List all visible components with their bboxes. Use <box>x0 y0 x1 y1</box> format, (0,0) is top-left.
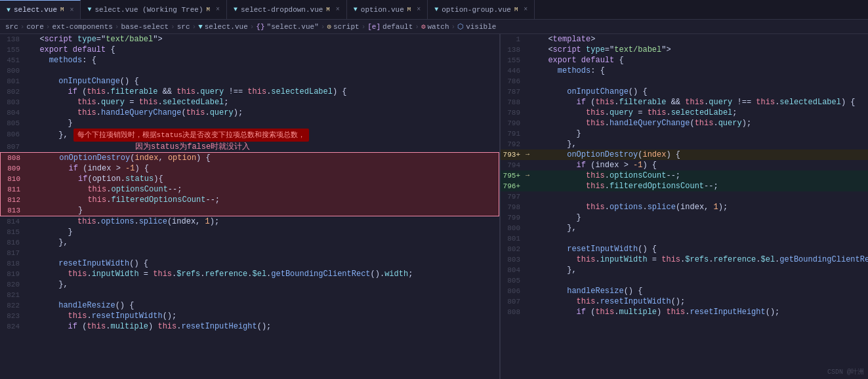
r-code-line-446: 446 methods: { <box>501 66 868 76</box>
watermark: CSDN @叶洲 <box>827 367 864 376</box>
code-line-451: 451 methods: { <box>0 55 499 66</box>
r-code-line-786: 786 <box>501 76 868 87</box>
r-code-line-789: 789 this.query = this.selectedLabel; <box>501 108 868 118</box>
r-code-line-790: 790 this.handleQueryChange(this.query); <box>501 118 868 129</box>
r-code-line-791: 791 } <box>501 129 868 139</box>
right-editor-pane[interactable]: 1 <template> 138 <script type="text/babe… <box>501 34 868 379</box>
tab-select-dropdown[interactable]: ▼ select-dropdown.vue M × <box>227 0 347 19</box>
code-line-811: 811 this.optionsCount--; <box>0 184 499 195</box>
code-line-807: 807 因为status为false时就没计入 <box>0 142 499 152</box>
tab-close-4[interactable]: × <box>417 6 421 13</box>
r-code-line-793: 793+ → onOptionDestroy(index) { <box>501 150 868 160</box>
code-line-155: 155 export default { <box>0 45 499 55</box>
r-code-line-796: 796+ this.filteredOptionsCount--; <box>501 181 868 191</box>
tab-close-1[interactable]: × <box>70 7 73 14</box>
tab-close-3[interactable]: × <box>336 6 340 13</box>
code-line-818: 818 resetInputWidth() { <box>0 258 499 269</box>
tab-modified-5: M <box>514 7 518 13</box>
tab-label-1: select.vue <box>14 6 57 14</box>
r-code-line-792: 792 }, <box>501 139 868 150</box>
code-line-808: 808 onOptionDestroy(index, option) { <box>0 152 499 163</box>
tab-modified-3: M <box>326 7 329 13</box>
code-line-813: 813 } <box>0 205 499 216</box>
r-code-line-795: 795+ → this.optionsCount--; <box>501 170 868 181</box>
code-line-824: 824 if (this.multiple) this.resetInputHe… <box>0 321 499 332</box>
breadcrumb: src › core › ext-components › base-selec… <box>0 20 868 34</box>
main-layout: 138 <script type="text/babel"> 155 expor… <box>0 34 868 379</box>
tab-modified-4: M <box>407 7 411 13</box>
code-line-809: 809 if (index > -1) { <box>0 163 499 174</box>
code-line-802: 802 if (this.filterable && this.query !=… <box>0 87 499 97</box>
vue-icon-5: ▼ <box>434 6 438 13</box>
app-root: ▼ select.vue M × ▼ select.vue (Working T… <box>0 0 868 379</box>
code-line-803: 803 this.query = this.selectedLabel; <box>0 97 499 108</box>
code-line-814: 814 this.options.splice(index, 1); <box>0 216 499 227</box>
r-code-line-799: 799 } <box>501 212 868 223</box>
r-code-line-803: 803 this.inputWidth = this.$refs.referen… <box>501 254 868 265</box>
tab-close-2[interactable]: × <box>216 6 220 13</box>
tab-label-2: select.vue (Working Tree) <box>94 6 203 14</box>
left-editor-pane[interactable]: 138 <script type="text/babel"> 155 expor… <box>0 34 501 379</box>
code-line-812: 812 this.filteredOptionsCount--; <box>0 195 499 205</box>
r-code-line-801: 801 <box>501 233 868 244</box>
r-code-line-138: 138 <script type="text/babel"> <box>501 45 868 55</box>
code-line-801: 801 onInputChange() { <box>0 76 499 87</box>
code-line-816: 816 }, <box>0 237 499 248</box>
code-line-817: 817 <box>0 248 499 258</box>
tab-close-5[interactable]: × <box>524 6 527 13</box>
code-line-821: 821 <box>0 290 499 300</box>
tab-modified-2: M <box>207 7 210 13</box>
breadcrumb-src: src <box>5 23 18 31</box>
r-code-line-805: 805 <box>501 275 868 286</box>
code-line-806: 806 }, 每个下拉项销毁时，根据status决是否改变下拉项总数和搜索项总数… <box>0 129 499 142</box>
left-code-area: 138 <script type="text/babel"> 155 expor… <box>0 34 499 379</box>
code-line-805: 805 } <box>0 118 499 129</box>
r-code-line-155: 155 export default { <box>501 55 868 66</box>
code-line-815: 815 } <box>0 227 499 237</box>
tab-option-group[interactable]: ▼ option-group.vue M × <box>428 0 535 19</box>
vue-icon-3: ▼ <box>234 6 238 13</box>
r-code-line-804: 804 }, <box>501 265 868 275</box>
annotation-text: 每个下拉项销毁时，根据status决是否改变下拉项总数和搜索项总数， <box>73 129 310 142</box>
vue-icon-4: ▼ <box>354 6 358 13</box>
r-code-line-802: 802 resetInputWidth() { <box>501 244 868 254</box>
tab-label-5: option-group.vue <box>442 6 511 14</box>
code-line-810: 810 if(option.status){ <box>0 174 499 184</box>
tab-select-vue-working[interactable]: ▼ select.vue (Working Tree) M × <box>81 0 226 19</box>
r-code-line-808: 808 if (this.multiple) this.resetInputHe… <box>501 307 868 317</box>
tabs-bar: ▼ select.vue M × ▼ select.vue (Working T… <box>0 0 868 20</box>
r-code-line-797: 797 <box>501 191 868 202</box>
r-code-line-794: 794 if (index > -1) { <box>501 160 868 170</box>
r-code-line-807: 807 this.resetInputWidth(); <box>501 296 868 307</box>
r-code-line-788: 788 if (this.filterable && this.query !=… <box>501 97 868 108</box>
code-line-138: 138 <script type="text/babel"> <box>0 34 499 45</box>
code-line-819: 819 this.inputWidth = this.$refs.referen… <box>0 269 499 279</box>
r-code-line-798: 798 this.options.splice(index, 1); <box>501 202 868 212</box>
tab-modified-1: M <box>60 7 64 13</box>
r-code-line-1: 1 <template> <box>501 34 868 45</box>
vue-icon-1: ▼ <box>7 7 10 14</box>
tab-option-vue[interactable]: ▼ option.vue M × <box>347 0 428 19</box>
vue-icon-2: ▼ <box>87 6 91 13</box>
code-line-823: 823 this.resetInputWidth(); <box>0 311 499 321</box>
tab-label-4: option.vue <box>361 6 404 14</box>
tab-label-3: select-dropdown.vue <box>241 6 323 14</box>
code-line-822: 822 handleResize() { <box>0 300 499 311</box>
code-line-800: 800 <box>0 66 499 76</box>
r-code-line-800: 800 }, <box>501 223 868 233</box>
code-line-804: 804 this.handleQueryChange(this.query); <box>0 108 499 118</box>
code-line-820: 820 }, <box>0 279 499 290</box>
right-code-area: 1 <template> 138 <script type="text/babe… <box>501 34 868 379</box>
tab-select-vue[interactable]: ▼ select.vue M × <box>0 0 81 19</box>
r-code-line-787: 787 onInputChange() { <box>501 87 868 97</box>
r-code-line-806: 806 handleResize() { <box>501 286 868 296</box>
